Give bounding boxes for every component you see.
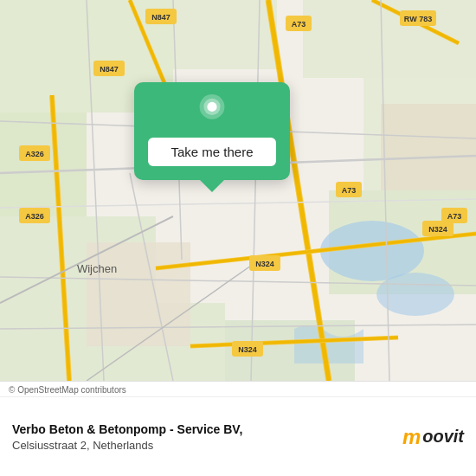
bottom-bar: © OpenStreetMap contributors Verbo Beton… — [0, 381, 476, 476]
svg-rect-13 — [381, 104, 476, 190]
svg-text:N324: N324 — [255, 260, 274, 268]
location-pin-icon — [195, 94, 229, 129]
location-address: Celsiusstraat 2, Netherlands — [12, 439, 402, 452]
svg-rect-2 — [173, 0, 277, 69]
moovit-m-letter: m — [402, 425, 421, 449]
svg-rect-3 — [0, 113, 87, 216]
svg-text:A73: A73 — [342, 186, 357, 195]
location-text: Verbo Beton & Betonpomp - Service BV, Ce… — [12, 421, 402, 452]
svg-text:N324: N324 — [428, 225, 447, 234]
svg-text:Wijchen: Wijchen — [77, 262, 117, 275]
moovit-text: oovit — [422, 427, 464, 447]
moovit-logo: moovit — [402, 425, 464, 449]
svg-text:N847: N847 — [100, 65, 119, 74]
svg-text:A326: A326 — [25, 212, 44, 221]
attribution: © OpenStreetMap contributors — [0, 382, 476, 397]
svg-text:N847: N847 — [151, 13, 170, 22]
svg-text:A326: A326 — [25, 150, 44, 158]
popup-card: Take me there — [134, 82, 290, 180]
location-name: Verbo Beton & Betonpomp - Service BV, — [12, 421, 402, 439]
svg-text:A73: A73 — [447, 212, 462, 221]
location-info: Verbo Beton & Betonpomp - Service BV, Ce… — [0, 397, 476, 476]
svg-text:RW 783: RW 783 — [404, 15, 432, 23]
svg-text:A73: A73 — [292, 20, 306, 29]
take-me-there-button[interactable]: Take me there — [148, 138, 276, 166]
map-container: N847 N847 A73 A73 A73 A326 A326 N324 N32… — [0, 0, 476, 381]
map-svg: N847 N847 A73 A73 A73 A326 A326 N324 N32… — [0, 0, 476, 381]
svg-point-39 — [207, 102, 216, 112]
svg-text:N324: N324 — [238, 345, 257, 354]
